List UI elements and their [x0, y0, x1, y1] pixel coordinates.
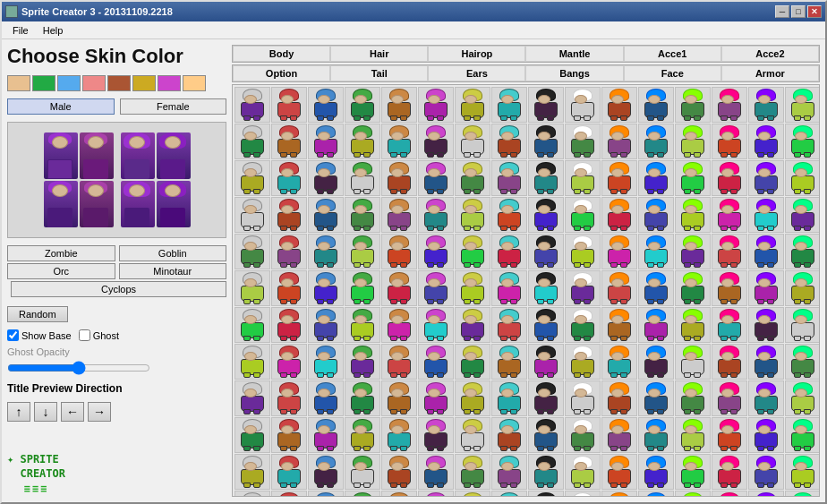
sprite-cell[interactable]	[565, 234, 601, 269]
sprite-cell[interactable]	[601, 417, 637, 453]
sprite-cell[interactable]	[565, 491, 601, 497]
sprite-cell[interactable]	[234, 160, 270, 196]
sprite-cell[interactable]	[638, 417, 674, 453]
sprite-cell[interactable]	[565, 344, 601, 380]
swatch-1[interactable]	[32, 75, 55, 91]
sprite-cell[interactable]	[601, 307, 637, 343]
sprite-cell[interactable]	[785, 454, 820, 490]
tab-female[interactable]: Female	[120, 98, 227, 115]
sprite-cell[interactable]	[381, 197, 417, 233]
sprite-cell[interactable]	[491, 160, 527, 196]
sprite-cell[interactable]	[785, 87, 820, 123]
sprite-cell[interactable]	[748, 417, 784, 453]
sprite-cell[interactable]	[381, 307, 417, 343]
sprite-cell[interactable]	[528, 344, 564, 380]
sprite-cell[interactable]	[308, 417, 344, 453]
sprite-cell[interactable]	[712, 491, 747, 497]
sprite-cell[interactable]	[455, 417, 490, 453]
sprite-cell[interactable]	[638, 197, 674, 233]
sprite-cell[interactable]	[271, 270, 307, 306]
sprite-cell[interactable]	[601, 87, 637, 123]
sprite-cell[interactable]	[271, 417, 307, 453]
sprite-cell[interactable]	[381, 344, 417, 380]
sprite-cell[interactable]	[491, 491, 527, 497]
sprite-cell[interactable]	[528, 124, 564, 159]
sprite-cell[interactable]	[528, 454, 564, 490]
sprite-cell[interactable]	[381, 124, 417, 159]
sprite-cell[interactable]	[748, 270, 784, 306]
sprite-cell[interactable]	[638, 124, 674, 159]
sprite-cell[interactable]	[418, 417, 454, 453]
sprite-cell[interactable]	[528, 417, 564, 453]
sprite-cell[interactable]	[528, 160, 564, 196]
sprite-cell[interactable]	[491, 197, 527, 233]
orc-button[interactable]: Orc	[7, 263, 115, 279]
sprite-cell[interactable]	[748, 491, 784, 497]
sprite-cell[interactable]	[345, 454, 380, 490]
sprite-cell[interactable]	[748, 87, 784, 123]
sprite-cell[interactable]	[271, 87, 307, 123]
sprite-cell[interactable]	[234, 454, 270, 490]
sprite-cell[interactable]	[638, 380, 674, 416]
goblin-button[interactable]: Goblin	[119, 245, 227, 261]
sprite-cell[interactable]	[601, 124, 637, 159]
sprite-cell[interactable]	[712, 87, 747, 123]
sprite-cell[interactable]	[675, 491, 711, 497]
sprite-cell[interactable]	[345, 124, 380, 159]
sprite-cell[interactable]	[234, 270, 270, 306]
menu-file[interactable]: File	[5, 23, 36, 38]
sprite-cell[interactable]	[271, 124, 307, 159]
dir-right-button[interactable]: →	[88, 402, 111, 422]
show-base-checkbox[interactable]: Show Base	[7, 329, 72, 341]
sprite-cell[interactable]	[601, 234, 637, 269]
sprite-cell[interactable]	[234, 417, 270, 453]
sprite-cell[interactable]	[345, 491, 380, 497]
sprite-cell[interactable]	[675, 234, 711, 269]
sprite-cell[interactable]	[418, 270, 454, 306]
sprite-cell[interactable]	[601, 454, 637, 490]
sprite-cell[interactable]	[785, 160, 820, 196]
sprite-cell[interactable]	[455, 197, 490, 233]
sprite-cell[interactable]	[601, 491, 637, 497]
swatch-0[interactable]	[7, 75, 30, 91]
sprite-cell[interactable]	[234, 307, 270, 343]
sprite-cell[interactable]	[455, 87, 490, 123]
sprite-cell[interactable]	[381, 270, 417, 306]
sprite-cell[interactable]	[455, 234, 490, 269]
sprite-cell[interactable]	[675, 197, 711, 233]
sprite-cell[interactable]	[748, 124, 784, 159]
sprite-cell[interactable]	[381, 160, 417, 196]
sprite-cell[interactable]	[308, 234, 344, 269]
sprite-cell[interactable]	[345, 197, 380, 233]
swatch-2[interactable]	[57, 75, 81, 91]
sprite-cell[interactable]	[381, 491, 417, 497]
sprite-cell[interactable]	[491, 417, 527, 453]
sprite-cell[interactable]	[675, 344, 711, 380]
sprite-cell[interactable]	[271, 160, 307, 196]
sprite-cell[interactable]	[712, 344, 747, 380]
sprite-cell[interactable]	[418, 491, 454, 497]
sprite-cell[interactable]	[491, 124, 527, 159]
sprite-cell[interactable]	[234, 380, 270, 416]
sprite-cell[interactable]	[418, 234, 454, 269]
sprite-cell[interactable]	[565, 380, 601, 416]
sprite-cell[interactable]	[381, 87, 417, 123]
sprite-cell[interactable]	[418, 380, 454, 416]
sprite-cell[interactable]	[785, 234, 820, 269]
sprite-cell[interactable]	[638, 307, 674, 343]
show-base-input[interactable]	[7, 329, 19, 341]
sprite-cell[interactable]	[455, 270, 490, 306]
sprite-cell[interactable]	[712, 454, 747, 490]
sprite-cell[interactable]	[418, 87, 454, 123]
sprite-cell[interactable]	[308, 344, 344, 380]
sprite-cell[interactable]	[345, 344, 380, 380]
sprite-cell[interactable]	[345, 87, 380, 123]
sprite-cell[interactable]	[712, 380, 747, 416]
sprite-cell[interactable]	[234, 344, 270, 380]
sprite-cell[interactable]	[491, 307, 527, 343]
sprite-cell[interactable]	[418, 307, 454, 343]
sprite-cell[interactable]	[601, 344, 637, 380]
sprite-cell[interactable]	[271, 454, 307, 490]
sprite-cell[interactable]	[271, 307, 307, 343]
sprite-cell[interactable]	[455, 160, 490, 196]
